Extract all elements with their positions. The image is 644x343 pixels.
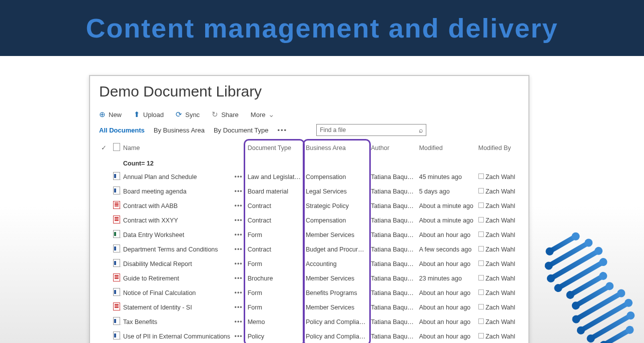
file-name[interactable]: Contract with XXYY [121, 213, 233, 228]
business-area-cell: Legal Services [304, 184, 369, 198]
file-name[interactable]: Data Entry Worksheet [121, 228, 233, 242]
upload-button[interactable]: ⬆ Upload [134, 110, 164, 119]
row-more-icon[interactable]: ••• [233, 184, 246, 198]
file-name[interactable]: Notice of Final Calculation [121, 286, 233, 300]
table-row[interactable]: Annual Plan and Schedule•••Law and Legis… [99, 170, 519, 184]
modified-by-cell: Zach Wahl [476, 213, 519, 228]
file-name[interactable]: Statement of Identity - SI [121, 300, 233, 314]
table-row[interactable]: Contract with AABB•••ContractStrategic P… [99, 198, 519, 213]
view-by-document-type[interactable]: By Document Type [214, 126, 269, 134]
modified-cell: 5 days ago [417, 184, 476, 198]
slide-title: Content management and delivery [86, 12, 558, 44]
business-area-header[interactable]: Business Area [304, 140, 369, 158]
file-icon [113, 172, 120, 180]
file-name[interactable]: Department Terms and Conditions [121, 242, 233, 256]
select-all-header[interactable]: ✓ [99, 140, 111, 158]
author-cell: Tatiana Baquero [369, 256, 417, 271]
document-table: ✓ Name Document Type Business Area Autho… [99, 140, 519, 343]
author-cell: Tatiana Baquero [369, 329, 417, 343]
file-name[interactable]: Contract with AABB [121, 198, 233, 213]
table-row[interactable]: Contract with XXYY•••ContractCompensatio… [99, 213, 519, 228]
file-name[interactable]: Tax Benefits [121, 314, 233, 329]
table-row[interactable]: Statement of Identity - SI•••FormMember … [99, 300, 519, 314]
document-type-cell: Form [246, 286, 304, 300]
library-title: Demo Document Library [99, 83, 519, 100]
business-area-cell: Compensation [304, 213, 369, 228]
checkbox-icon [478, 304, 484, 310]
table-row[interactable]: Use of PII in External Communications•••… [99, 329, 519, 343]
file-icon [113, 274, 120, 282]
author-cell: Tatiana Baquero [369, 271, 417, 286]
modified-cell: About a minute ago [417, 213, 476, 228]
file-icon [113, 244, 120, 252]
modified-header[interactable]: Modified [417, 140, 476, 158]
file-name[interactable]: Annual Plan and Schedule [121, 170, 233, 184]
checkbox-icon [478, 275, 484, 280]
modified-by-cell: Zach Wahl [476, 228, 519, 242]
file-name[interactable]: Board meeting agenda [121, 184, 233, 198]
table-row[interactable]: Data Entry Worksheet•••FormMember Servic… [99, 228, 519, 242]
business-area-cell: Member Services [304, 300, 369, 314]
row-more-icon[interactable]: ••• [233, 271, 246, 286]
view-all-documents[interactable]: All Documents [99, 126, 145, 134]
row-more-icon[interactable]: ••• [233, 213, 246, 228]
new-button[interactable]: ⊕ New [99, 110, 122, 119]
modified-by-cell: Zach Wahl [476, 184, 519, 198]
share-icon: ↻ [212, 110, 218, 119]
file-name[interactable]: Use of PII in External Communications [121, 329, 233, 343]
row-more-icon[interactable]: ••• [233, 286, 246, 300]
sync-label: Sync [185, 111, 200, 118]
modified-by-cell: Zach Wahl [476, 314, 519, 329]
row-more-icon[interactable]: ••• [233, 170, 246, 184]
table-row[interactable]: Guide to Retirement•••BrochureMember Ser… [99, 271, 519, 286]
modified-by-cell: Zach Wahl [476, 256, 519, 271]
table-row[interactable]: Department Terms and Conditions•••Contra… [99, 242, 519, 256]
search-icon: ⌕ [419, 126, 423, 134]
row-more-icon[interactable]: ••• [233, 242, 246, 256]
view-by-business-area[interactable]: By Business Area [154, 126, 205, 134]
share-label: Share [221, 111, 239, 118]
checkbox-icon [478, 174, 484, 179]
table-header-row: ✓ Name Document Type Business Area Autho… [99, 140, 519, 158]
row-more-icon[interactable]: ••• [233, 329, 246, 343]
file-name[interactable]: Disability Medical Report [121, 256, 233, 271]
row-more-icon[interactable]: ••• [233, 300, 246, 314]
file-icon [113, 143, 120, 151]
views-more-icon[interactable]: ••• [278, 126, 288, 134]
author-header[interactable]: Author [369, 140, 417, 158]
search-input[interactable]: Find a file ⌕ [316, 124, 426, 136]
modified-by-cell: Zach Wahl [476, 300, 519, 314]
table-row[interactable]: Tax Benefits•••MemoPolicy and Compliance… [99, 314, 519, 329]
author-cell: Tatiana Baquero [369, 198, 417, 213]
file-icon [113, 317, 120, 325]
modified-cell: 45 minutes ago [417, 170, 476, 184]
modified-cell: About a minute ago [417, 198, 476, 213]
file-name[interactable]: Guide to Retirement [121, 271, 233, 286]
name-header[interactable]: Name [121, 140, 233, 158]
more-button[interactable]: More ⌄ [251, 110, 275, 119]
sync-icon: ⟳ [176, 110, 182, 119]
file-icon [113, 332, 120, 340]
checkbox-icon [478, 232, 484, 237]
modified-by-header[interactable]: Modified By [476, 140, 519, 158]
author-cell: Tatiana Baquero [369, 184, 417, 198]
table-row[interactable]: Disability Medical Report•••FormAccounti… [99, 256, 519, 271]
sync-button[interactable]: ⟳ Sync [176, 110, 200, 119]
checkbox-icon [478, 217, 484, 222]
author-cell: Tatiana Baquero [369, 242, 417, 256]
share-button[interactable]: ↻ Share [212, 110, 239, 119]
author-cell: Tatiana Baquero [369, 170, 417, 184]
modified-cell: About an hour ago [417, 286, 476, 300]
row-more-icon[interactable]: ••• [233, 256, 246, 271]
row-more-icon[interactable]: ••• [233, 198, 246, 213]
table-row[interactable]: Notice of Final Calculation•••FormBenefi… [99, 286, 519, 300]
document-library-panel: Demo Document Library ⊕ New ⬆ Upload ⟳ S… [89, 75, 529, 343]
document-type-cell: Policy [246, 329, 304, 343]
document-type-header[interactable]: Document Type [246, 140, 304, 158]
document-type-cell: Form [246, 300, 304, 314]
row-more-icon[interactable]: ••• [233, 314, 246, 329]
author-cell: Tatiana Baquero [369, 228, 417, 242]
row-more-icon[interactable]: ••• [233, 228, 246, 242]
table-row[interactable]: Board meeting agenda•••Board materialLeg… [99, 184, 519, 198]
modified-cell: About an hour ago [417, 228, 476, 242]
